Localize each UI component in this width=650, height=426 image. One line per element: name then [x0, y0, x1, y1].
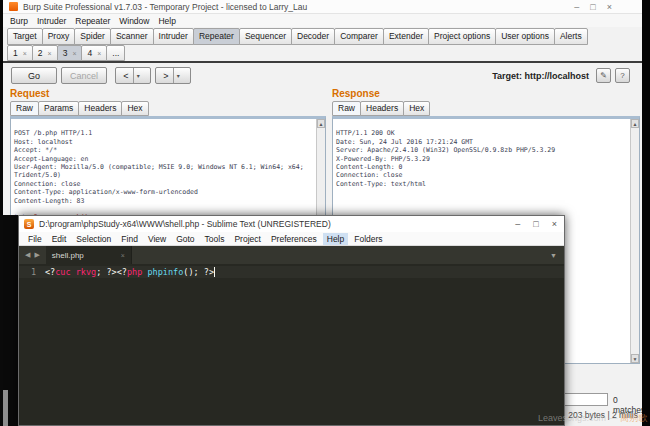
request-tab-headers[interactable]: Headers [78, 101, 122, 116]
sublime-logo-icon: S [24, 219, 34, 229]
minimize-button[interactable]: – [515, 219, 520, 229]
maximize-button[interactable]: □ [533, 219, 538, 229]
close-tab-icon[interactable]: × [48, 50, 52, 57]
menu-view[interactable]: View [144, 233, 170, 245]
menu-intruder[interactable]: Intruder [37, 16, 66, 26]
tab-extender[interactable]: Extender [383, 28, 429, 45]
watermark: Leavesongs.com — 离别歌 [538, 412, 647, 425]
go-button[interactable]: Go [11, 67, 57, 84]
close-button[interactable]: × [552, 219, 557, 229]
scroll-up-icon[interactable]: ▲ [317, 119, 325, 128]
menu-edit[interactable]: Edit [48, 233, 71, 245]
tab-proxy[interactable]: Proxy [42, 28, 76, 45]
repeater-toolbar: Go Cancel < ▾ > ▾ Target: http://localho… [3, 63, 642, 88]
sublime-menubar: File Edit Selection Find View Goto Tools… [19, 232, 564, 246]
response-scrollbar[interactable]: ▲ ▼ [630, 119, 639, 363]
close-tab-icon[interactable]: × [23, 50, 27, 57]
menu-repeater[interactable]: Repeater [75, 16, 110, 26]
minimize-button[interactable]: – [574, 0, 579, 14]
response-tab-raw[interactable]: Raw [332, 101, 361, 116]
burp-logo-icon [9, 2, 18, 11]
cancel-button[interactable]: Cancel [61, 67, 107, 84]
code-line[interactable]: 1 <?cuc rkvg; ?><?php phpinfo(); ?> [19, 266, 564, 278]
close-button[interactable]: × [607, 0, 612, 14]
tab-overflow-icon[interactable]: ▼ [550, 246, 564, 264]
target-url-label: Target: http://localhost [492, 71, 589, 81]
file-tab-shell-php[interactable]: shell.php × [46, 246, 132, 264]
response-tab-hex[interactable]: Hex [403, 101, 430, 116]
tab-decoder[interactable]: Decoder [291, 28, 335, 45]
tab-scroll-right-icon[interactable]: ▶ [34, 251, 39, 259]
menu-preferences[interactable]: Preferences [267, 233, 321, 245]
request-tab-raw[interactable]: Raw [10, 101, 39, 116]
tab-user-options[interactable]: User options [495, 28, 555, 45]
tab-target[interactable]: Target [7, 28, 43, 45]
response-view-tabs: Raw Headers Hex [332, 101, 640, 116]
tab-comparer[interactable]: Comparer [334, 28, 384, 45]
tab-project-options[interactable]: Project options [428, 28, 496, 45]
tab-sequencer[interactable]: Sequencer [239, 28, 292, 45]
scroll-down-icon[interactable]: ▼ [631, 354, 639, 363]
text-cursor [214, 267, 215, 277]
request-title: Request [10, 88, 326, 100]
repeater-tab-4[interactable]: 4 × [81, 45, 107, 61]
sublime-editor[interactable]: 1 <?cuc rkvg; ?><?php phpinfo(); ?> [19, 264, 564, 425]
scroll-up-icon[interactable]: ▲ [631, 119, 639, 128]
maximize-button[interactable]: □ [590, 0, 595, 14]
repeater-tab-3[interactable]: 3 × [57, 45, 83, 61]
menu-window[interactable]: Window [119, 16, 149, 26]
back-button[interactable]: < ▾ [115, 67, 151, 84]
sublime-window: S D:\program\phpStudy-x64\WWW\shell.php … [18, 215, 565, 426]
forward-button[interactable]: > ▾ [155, 67, 191, 84]
close-tab-icon[interactable]: × [121, 252, 125, 259]
line-number: 1 [19, 267, 45, 277]
help-button[interactable]: ? [615, 68, 630, 83]
menu-goto[interactable]: Goto [172, 233, 198, 245]
request-view-tabs: Raw Params Headers Hex [10, 101, 326, 116]
sublime-window-title: D:\program\phpStudy-x64\WWW\shell.php - … [39, 219, 331, 229]
menu-help[interactable]: Help [323, 233, 348, 245]
response-title: Response [332, 88, 640, 100]
sublime-titlebar: S D:\program\phpStudy-x64\WWW\shell.php … [19, 216, 564, 232]
desktop-background [642, 0, 650, 426]
tab-scanner[interactable]: Scanner [110, 28, 154, 45]
close-tab-icon[interactable]: × [97, 50, 101, 57]
sublime-tabbar: ◀ ▶ shell.php × ▼ [19, 246, 564, 264]
repeater-tab-2[interactable]: 2 × [32, 45, 58, 61]
burp-main-tabs: Target Proxy Spider Scanner Intruder Rep… [3, 27, 642, 45]
burp-menubar: Burp Intruder Repeater Window Help [3, 14, 642, 27]
request-tab-hex[interactable]: Hex [121, 101, 148, 116]
question-icon: ? [620, 71, 624, 80]
chevron-down-icon[interactable]: ▾ [133, 68, 143, 83]
tab-repeater[interactable]: Repeater [193, 28, 240, 45]
request-tab-params[interactable]: Params [38, 101, 79, 116]
menu-project[interactable]: Project [230, 233, 264, 245]
menu-file[interactable]: File [24, 233, 46, 245]
close-tab-icon[interactable]: × [72, 50, 76, 57]
tab-alerts[interactable]: Alerts [554, 28, 588, 45]
pencil-icon: ✎ [600, 71, 607, 80]
menu-burp[interactable]: Burp [10, 16, 28, 26]
code-text: <?cuc rkvg; ?><?php phpinfo(); ?> [45, 267, 215, 277]
chevron-down-icon[interactable]: ▾ [173, 68, 183, 83]
menu-selection[interactable]: Selection [72, 233, 115, 245]
repeater-tab-1[interactable]: 1 × [7, 45, 33, 61]
response-tab-headers[interactable]: Headers [360, 101, 404, 116]
tab-scroll-left-icon[interactable]: ◀ [25, 251, 30, 259]
edit-target-button[interactable]: ✎ [596, 68, 611, 83]
menu-tools[interactable]: Tools [201, 233, 229, 245]
burp-titlebar: Burp Suite Professional v1.7.03 - Tempor… [3, 0, 642, 14]
repeater-tab-more[interactable]: ... [106, 45, 125, 61]
repeater-request-tabs: 1 × 2 × 3 × 4 × ... [3, 45, 642, 61]
menu-folders[interactable]: Folders [350, 233, 386, 245]
search-input[interactable] [560, 393, 608, 406]
tab-spider[interactable]: Spider [74, 28, 111, 45]
burp-window-title: Burp Suite Professional v1.7.03 - Tempor… [23, 2, 307, 12]
tab-intruder[interactable]: Intruder [153, 28, 194, 45]
menu-help[interactable]: Help [158, 16, 175, 26]
background-scrollbar [3, 390, 8, 426]
menu-find[interactable]: Find [117, 233, 142, 245]
